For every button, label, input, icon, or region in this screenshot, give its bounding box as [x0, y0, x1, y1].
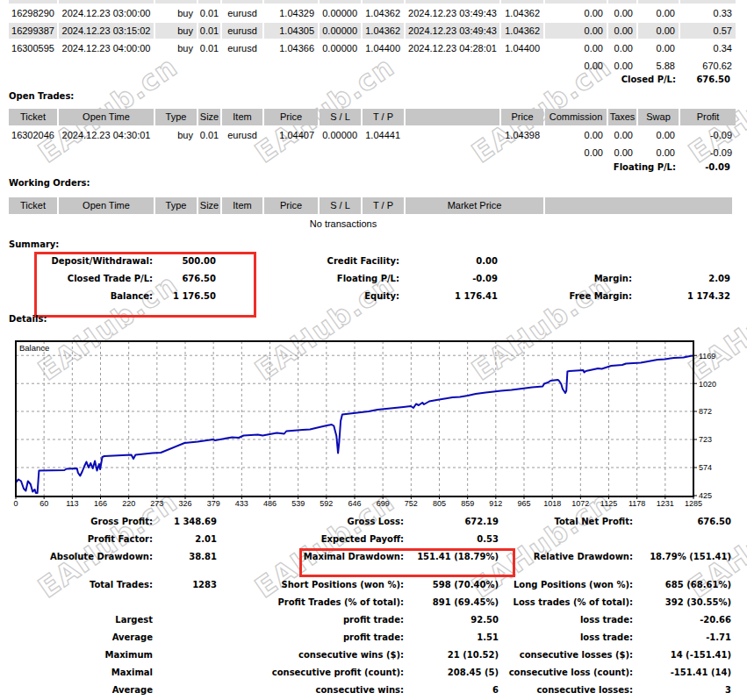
x-tick-label: 1231: [657, 499, 674, 508]
summary-value: 1 174.32: [634, 291, 730, 309]
column-header-commission: Commission: [545, 109, 607, 125]
cell-commission: 0.00: [545, 23, 607, 39]
total-commission: 0.00: [545, 58, 607, 74]
cell-price: 1.04329: [264, 5, 318, 21]
stat-label: Maximum: [21, 650, 153, 668]
table-row: 16302046 2024.12.23 04:30:01 buy 0.01 eu…: [9, 127, 736, 143]
column-header-item: Item: [222, 197, 262, 214]
cell-close-time: 2024.12.23 04:28:01: [406, 40, 499, 56]
cell-price2: 1.04398: [501, 127, 543, 143]
summary-label: Free Margin:: [500, 291, 632, 309]
column-header-tp: T / P: [363, 109, 404, 125]
stat-label: Total Trades:: [21, 580, 153, 597]
cell-size: 0.01: [198, 5, 220, 21]
cell-swap: 0.00: [638, 23, 679, 39]
cell-tp: 1.04400: [363, 40, 404, 56]
cell-tp: 1.04362: [363, 23, 404, 39]
stat-label: loss trade:: [478, 632, 633, 650]
stat-label: Gross Loss:: [250, 517, 404, 534]
x-tick-label: 220: [122, 499, 135, 508]
stat-value: [155, 597, 217, 615]
y-tick-label: 425: [699, 491, 712, 500]
stat-label: consecutive loss (count):: [478, 668, 633, 685]
cell-type: buy: [155, 127, 197, 143]
cell-profit: 0.34: [680, 40, 736, 56]
cell-type: buy: [155, 5, 197, 21]
summary-value: -0.09: [401, 274, 498, 291]
x-tick-label: 486: [263, 499, 277, 508]
stat-label: [21, 597, 153, 615]
summary-value: [634, 256, 730, 274]
stat-value: 18.79% (151.41): [635, 552, 731, 569]
x-tick-label: 539: [291, 499, 305, 508]
x-tick-label: 859: [461, 499, 474, 508]
y-tick-label: 1020: [699, 380, 716, 389]
column-header-market-price: Market Price: [406, 197, 543, 214]
cell-price: 1.04407: [264, 127, 318, 143]
stat-value: -151.41 (14): [635, 668, 731, 685]
cell-taxes: 0.00: [608, 40, 636, 56]
cell-commission: 0.00: [545, 40, 607, 56]
stat-value: [155, 632, 217, 650]
cell-close-time: 2024.12.23 03:49:43: [406, 23, 499, 39]
column-header-sl: S / L: [320, 109, 361, 125]
summary-label: Margin:: [500, 274, 632, 291]
cell-open-time: 2024.12.23 03:00:00: [59, 5, 154, 21]
summary-label: Equity:: [268, 291, 399, 309]
stat-value: [635, 534, 731, 552]
stat-value: 38.81: [155, 552, 217, 569]
summary-label: Credit Facility:: [268, 256, 399, 274]
column-header-taxes: Taxes: [608, 109, 636, 125]
column-header-price: Price: [264, 109, 318, 125]
closed-pl-value: 676.50: [614, 75, 730, 92]
total-commission: 0.00: [545, 145, 607, 161]
cell-size: 0.01: [198, 127, 220, 143]
cell-swap: 0.00: [638, 5, 679, 21]
balance-highlight-box: [34, 252, 256, 318]
cell-sl: 0.00000: [320, 5, 361, 21]
y-tick-label: 872: [699, 407, 712, 416]
cell-open-time: 2024.12.23 04:30:01: [59, 127, 154, 143]
stat-label: Profit Trades (% of total):: [250, 597, 404, 615]
stat-label: consecutive wins ($):: [250, 650, 404, 668]
cell-sl: 0.00000: [320, 23, 361, 39]
cell-price2: 1.04362: [501, 5, 543, 21]
stat-value: [155, 685, 217, 700]
stat-label: Total Net Profit:: [478, 517, 633, 534]
column-header-size: Size: [198, 109, 220, 125]
stat-value: [155, 650, 217, 668]
x-tick-label: 1285: [685, 499, 702, 508]
cell-type: buy: [155, 23, 197, 39]
chart-title: Balance: [19, 343, 49, 353]
total-taxes: 0.00: [608, 58, 636, 74]
x-tick-label: 646: [348, 499, 361, 508]
cell-taxes: 0.00: [608, 5, 636, 21]
table-row: 16300595 2024.12.23 04:00:00 buy 0.01 eu…: [9, 40, 736, 56]
total-swap: 0.00: [638, 145, 679, 161]
open-trades-title: Open Trades:: [9, 91, 74, 109]
balance-curve: [16, 356, 693, 494]
cell-taxes: 0.00: [608, 23, 636, 39]
column-header-type: Type: [155, 197, 197, 214]
x-tick-label: 592: [320, 499, 333, 508]
cell-sl: 0.00000: [320, 127, 361, 143]
stat-label: Loss trades (% of total):: [478, 597, 633, 615]
x-tick-label: 1178: [628, 499, 645, 508]
cell-price: 1.04366: [264, 40, 318, 56]
column-header-swap: Swap: [638, 109, 679, 125]
x-tick-label: 379: [207, 499, 220, 508]
cell-open-time: 2024.12.23 04:00:00: [59, 40, 154, 56]
x-tick-label: 326: [178, 499, 191, 508]
summary-label: [500, 256, 632, 274]
total-profit: -0.09: [680, 145, 736, 161]
stat-label: Short Positions (won %):: [250, 580, 404, 597]
stat-label: consecutive losses ($):: [478, 650, 633, 668]
summary-value: 2.09: [634, 274, 730, 291]
cell-swap: 0.00: [638, 127, 679, 143]
cell-profit: 0.57: [680, 23, 736, 39]
stat-value: -1.71: [635, 632, 731, 650]
stat-label: Average: [21, 632, 153, 650]
cell-commission: 0.00: [545, 5, 607, 21]
stat-label: Long Positions (won %):: [478, 580, 633, 597]
stat-label: consecutive losses:: [478, 685, 633, 700]
